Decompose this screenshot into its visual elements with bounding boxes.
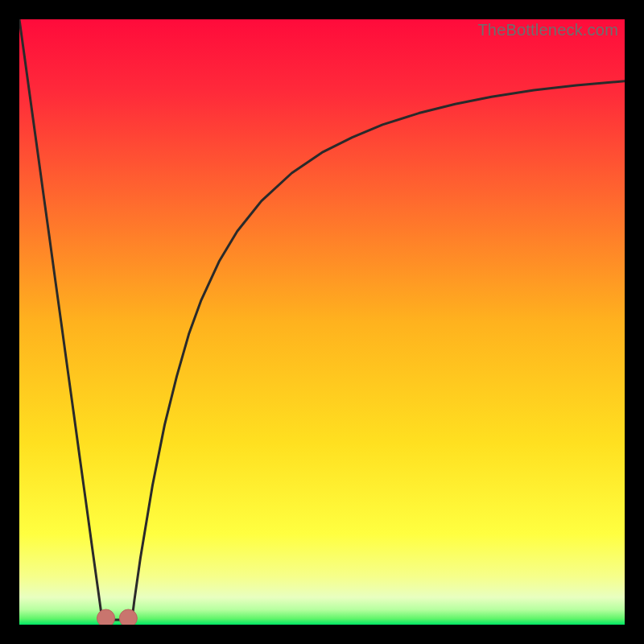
optimal-marker-1 [119,609,137,625]
watermark-label: TheBottleneck.com [477,21,618,39]
chart-frame: TheBottleneck.com [19,19,625,625]
chart-canvas [19,19,625,625]
plot-area: TheBottleneck.com [19,19,625,625]
optimal-marker-0 [97,609,115,625]
gradient-background [19,19,625,625]
